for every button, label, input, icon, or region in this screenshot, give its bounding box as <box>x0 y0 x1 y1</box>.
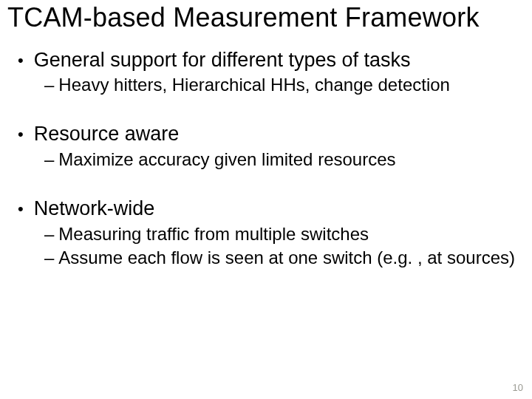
sub-bullet-text: Heavy hitters, Hierarchical HHs, change … <box>58 74 450 96</box>
bullet-dot-icon: • <box>18 123 24 146</box>
slide-content: • General support for different types of… <box>7 49 525 270</box>
slide: TCAM-based Measurement Framework • Gener… <box>0 0 532 399</box>
bullet-dot-icon: • <box>18 197 24 221</box>
bullet-text: Network-wide <box>34 197 155 221</box>
dash-icon: – <box>44 149 54 171</box>
bullet-level2: – Maximize accuracy given limited resour… <box>18 149 525 171</box>
page-number: 10 <box>513 382 523 393</box>
sub-bullet-text: Maximize accuracy given limited resource… <box>58 149 395 171</box>
bullet-text: Resource aware <box>34 123 180 146</box>
bullet-level1: • General support for different types of… <box>18 49 525 72</box>
bullet-level1: • Network-wide <box>18 197 525 221</box>
bullet-text: General support for different types of t… <box>34 49 411 72</box>
bullet-level2: – Measuring traffic from multiple switch… <box>18 223 525 245</box>
dash-icon: – <box>44 74 54 96</box>
sub-bullet-text: Assume each flow is seen at one switch (… <box>58 247 515 269</box>
dash-icon: – <box>44 223 54 245</box>
dash-icon: – <box>44 247 54 269</box>
bullet-level2: – Heavy hitters, Hierarchical HHs, chang… <box>18 74 525 96</box>
sub-bullet-text: Measuring traffic from multiple switches <box>58 223 369 245</box>
bullet-dot-icon: • <box>18 49 24 72</box>
slide-title: TCAM-based Measurement Framework <box>7 3 525 33</box>
bullet-level2: – Assume each flow is seen at one switch… <box>18 247 525 269</box>
bullet-level1: • Resource aware <box>18 123 525 146</box>
